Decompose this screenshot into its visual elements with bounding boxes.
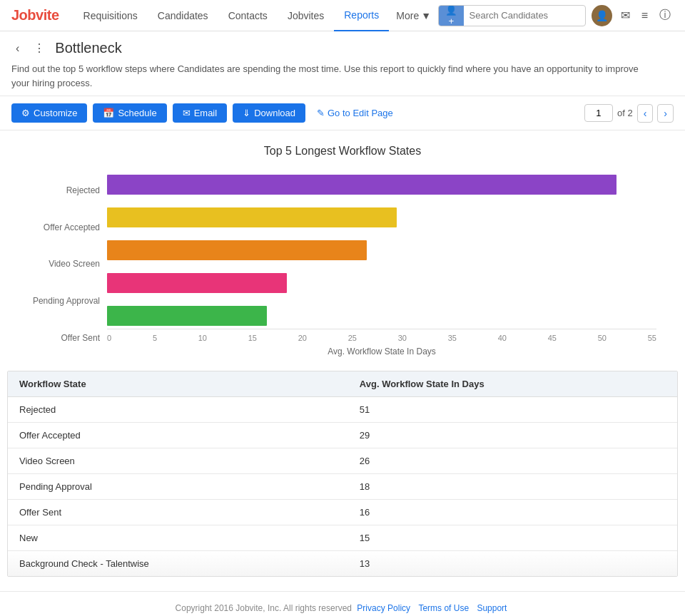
download-label: Download	[254, 108, 295, 118]
menu-icon-button[interactable]: ≡	[639, 6, 651, 25]
x-tick: 30	[398, 334, 407, 342]
table-row: Offer Accepted29	[8, 423, 677, 448]
x-tick: 5	[153, 334, 157, 342]
more-chevron-icon: ▼	[421, 10, 431, 21]
footer: Copyright 2016 Jobvite, Inc. All rights …	[0, 591, 685, 616]
table-row: New15	[8, 525, 677, 551]
page-total: of 2	[617, 108, 633, 118]
search-submit-button[interactable]: 👤+	[439, 6, 464, 26]
chart-bar	[107, 240, 367, 260]
nav-contacts[interactable]: Contacts	[218, 0, 278, 31]
chart-body: 0510152025303540455055 Avg. Workflow Sta…	[107, 172, 656, 356]
search-icon: 👤+	[445, 5, 458, 26]
help-icon: ⓘ	[659, 8, 671, 23]
x-tick: 10	[198, 334, 207, 342]
privacy-link[interactable]: Privacy Policy	[357, 603, 410, 613]
cell-avg-days: 51	[348, 397, 677, 423]
page-number-input[interactable]	[584, 104, 613, 122]
pencil-icon: ✎	[317, 108, 325, 118]
download-button[interactable]: ⇓ Download	[233, 103, 305, 123]
prev-page-button[interactable]: ‹	[637, 104, 654, 123]
cell-workflow-state: Video Screen	[8, 448, 348, 474]
cell-avg-days: 16	[348, 500, 677, 525]
table-row: Rejected51	[8, 397, 677, 423]
copyright-text: Copyright 2016 Jobvite, Inc. All rights …	[176, 603, 352, 613]
col-avg-days: Avg. Workflow State In Days	[348, 371, 677, 397]
nav-reports[interactable]: Reports	[334, 0, 389, 31]
chart-bar-row	[107, 172, 656, 197]
edit-page-button[interactable]: ✎ Go to Edit Page	[311, 103, 399, 123]
schedule-icon: 📅	[103, 108, 114, 118]
cell-avg-days: 26	[348, 448, 677, 474]
nav-jobvites[interactable]: Jobvites	[278, 0, 334, 31]
chart-y-label: Video Screen	[29, 251, 100, 277]
x-tick: 20	[298, 334, 307, 342]
chart-bar	[107, 273, 287, 293]
chart-y-label: Pending Approval	[29, 288, 100, 314]
options-button[interactable]: ⋮	[31, 40, 48, 56]
schedule-label: Schedule	[118, 108, 156, 118]
x-tick: 0	[107, 334, 111, 342]
cell-avg-days: 29	[348, 423, 677, 448]
chart-title: Top 5 Longest Workflow States	[7, 145, 678, 158]
col-workflow-state: Workflow State	[8, 371, 348, 397]
data-table: Workflow State Avg. Workflow State In Da…	[8, 371, 677, 576]
brand-logo: Jobvite	[11, 7, 59, 24]
search-container: 👤+	[438, 5, 586, 26]
x-tick: 35	[448, 334, 457, 342]
more-label: More	[396, 10, 419, 21]
mail-icon-button[interactable]: ✉	[618, 6, 633, 25]
nav-more[interactable]: More ▼	[389, 10, 438, 21]
email-button[interactable]: ✉ Email	[173, 103, 228, 123]
chart-bar-row	[107, 303, 656, 329]
chart-section: Top 5 Longest Workflow States RejectedOf…	[0, 130, 685, 371]
x-tick: 25	[348, 334, 357, 342]
email-icon: ✉	[183, 108, 191, 118]
nav-requisitions[interactable]: Requisitions	[73, 0, 148, 31]
back-button[interactable]: ‹	[11, 41, 24, 56]
cell-avg-days: 13	[348, 551, 677, 577]
terms-link[interactable]: Terms of Use	[418, 603, 469, 613]
help-icon-button[interactable]: ⓘ	[656, 5, 674, 26]
x-tick: 40	[498, 334, 507, 342]
content-area[interactable]: ‹ ⋮ Bottleneck Find out the top 5 workfl…	[0, 31, 685, 616]
page-description: Find out the top 5 workflow steps where …	[11, 62, 654, 90]
next-page-button[interactable]: ›	[657, 104, 674, 123]
chart-bar-row	[107, 237, 656, 263]
chart-bar	[107, 207, 397, 227]
cell-workflow-state: Offer Sent	[8, 500, 348, 525]
chart-bar	[107, 306, 267, 326]
support-link[interactable]: Support	[477, 603, 507, 613]
nav-links: Requisitions Candidates Contacts Jobvite…	[73, 0, 439, 31]
chart-x-axis: 0510152025303540455055	[107, 329, 656, 342]
chart-bar-row	[107, 270, 656, 296]
x-tick: 15	[248, 334, 257, 342]
mail-icon: ✉	[621, 9, 630, 22]
table-header: Workflow State Avg. Workflow State In Da…	[8, 371, 677, 397]
chart-y-label: Offer Accepted	[29, 215, 100, 240]
page-header: ‹ ⋮ Bottleneck Find out the top 5 workfl…	[0, 31, 685, 96]
nav-candidates[interactable]: Candidates	[148, 0, 218, 31]
chart-y-labels: RejectedOffer AcceptedVideo ScreenPendin…	[29, 172, 107, 356]
cell-workflow-state: Offer Accepted	[8, 423, 348, 448]
chart-bar-row	[107, 205, 656, 230]
table-row: Background Check - Talentwise13	[8, 551, 677, 577]
avatar[interactable]: 👤	[592, 5, 612, 26]
schedule-button[interactable]: 📅 Schedule	[93, 103, 166, 123]
toolbar: ⚙ Customize 📅 Schedule ✉ Email ⇓ Downloa…	[0, 96, 685, 130]
table-row: Pending Approval18	[8, 474, 677, 500]
cell-workflow-state: New	[8, 525, 348, 551]
cell-workflow-state: Rejected	[8, 397, 348, 423]
cell-workflow-state: Background Check - Talentwise	[8, 551, 348, 577]
chart-bar	[107, 175, 616, 195]
customize-button[interactable]: ⚙ Customize	[11, 103, 87, 123]
customize-label: Customize	[34, 108, 77, 118]
pagination: of 2 ‹ ›	[584, 104, 674, 123]
customize-icon: ⚙	[21, 108, 30, 118]
download-icon: ⇓	[243, 108, 250, 118]
cell-workflow-state: Pending Approval	[8, 474, 348, 500]
x-tick: 45	[548, 334, 557, 342]
chart-container: RejectedOffer AcceptedVideo ScreenPendin…	[29, 172, 656, 356]
search-input[interactable]	[464, 10, 585, 21]
nav-right: 👤+ 👤 ✉ ≡ ⓘ	[438, 5, 674, 26]
